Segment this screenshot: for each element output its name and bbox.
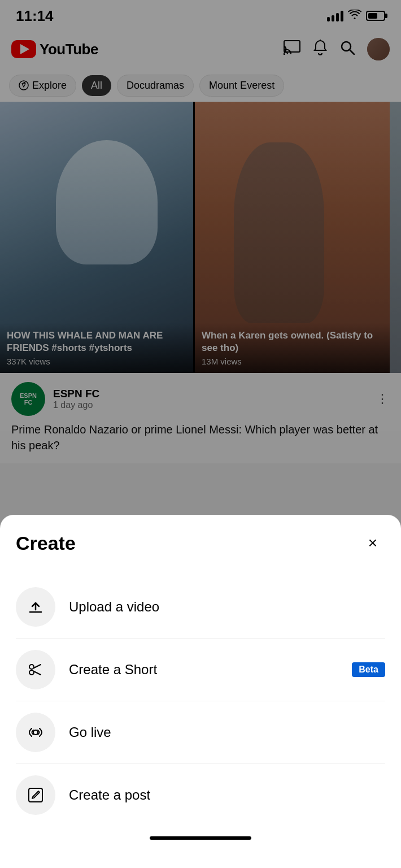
create-short-item[interactable]: Create a Short Beta (16, 639, 385, 701)
live-icon (16, 713, 55, 752)
svg-rect-13 (29, 788, 42, 802)
post-icon (16, 775, 55, 815)
close-button[interactable]: × (360, 531, 385, 555)
sheet-header: Create × (16, 531, 385, 555)
go-live-item[interactable]: Go live (16, 701, 385, 763)
scissors-icon (16, 650, 55, 689)
go-live-label: Go live (69, 724, 111, 740)
svg-line-10 (34, 671, 41, 675)
sheet-title: Create (16, 532, 76, 554)
create-bottom-sheet: Create × Upload a video Create a Short B… (0, 515, 401, 868)
svg-point-8 (29, 670, 34, 675)
upload-icon (16, 587, 55, 627)
svg-point-7 (29, 665, 34, 669)
svg-line-9 (34, 665, 41, 668)
create-post-label: Create a post (69, 787, 150, 803)
beta-badge: Beta (352, 662, 385, 677)
bottom-bar (16, 826, 385, 845)
create-short-label: Create a Short (69, 662, 157, 678)
home-indicator (150, 836, 251, 840)
upload-video-item[interactable]: Upload a video (16, 576, 385, 638)
svg-point-12 (33, 730, 38, 735)
create-post-item[interactable]: Create a post (16, 764, 385, 826)
upload-video-label: Upload a video (69, 599, 159, 615)
